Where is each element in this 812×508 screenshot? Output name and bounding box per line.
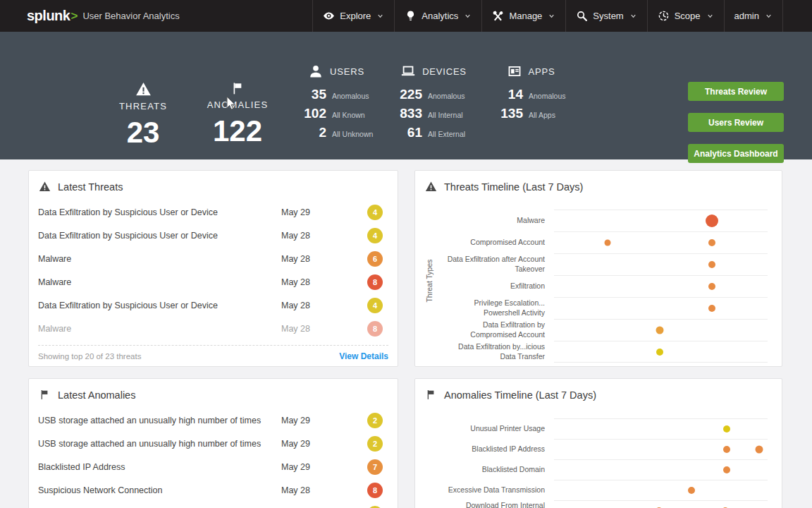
- threats-timeline-plot-row: [554, 341, 768, 363]
- stat-row-value: 14: [488, 87, 523, 102]
- anomalies-timeline-category-label: Download From Internal Server: [415, 500, 554, 508]
- threat-row[interactable]: Data Exfiltration by Suspicious User or …: [29, 224, 398, 247]
- anomalies-stat[interactable]: ANOMALIES 122: [204, 81, 271, 146]
- stat-row-anomalous[interactable]: 14Anomalous: [488, 87, 574, 106]
- anomalies-timeline-chart-row: Blacklisted Domain: [415, 459, 782, 480]
- anomaly-date: May 29: [281, 439, 367, 449]
- stat-row-label: All Known: [332, 111, 365, 119]
- nav-menu-explore[interactable]: Explore: [312, 0, 394, 32]
- threats-timeline-data-dot[interactable]: [708, 305, 715, 312]
- stat-row-anomalous[interactable]: 35Anomalous: [291, 87, 381, 106]
- stat-group-label: USERS: [330, 66, 364, 77]
- threat-score-badge: 8: [367, 274, 383, 290]
- stat-group-users: USERS35Anomalous102All Known2All Unknown: [291, 64, 381, 144]
- threat-row[interactable]: Data Exfiltration by Suspicious User or …: [29, 294, 398, 317]
- threats-timeline-data-dot[interactable]: [708, 283, 715, 290]
- anomaly-row[interactable]: [29, 502, 398, 508]
- threats-timeline-chart-row: Data Exfiltration by...icious Data Trans…: [415, 341, 782, 363]
- anomalies-timeline-data-dot[interactable]: [723, 446, 730, 453]
- anomalies-timeline-data-dot[interactable]: [755, 446, 763, 454]
- users-review-button[interactable]: Users Review: [688, 113, 784, 132]
- nav-menu-admin[interactable]: admin: [724, 0, 782, 32]
- stat-row-label: All Unknown: [332, 130, 373, 138]
- anomaly-row[interactable]: USB storage attached an unusually high n…: [29, 432, 398, 455]
- anomaly-name: Blacklisted IP Address: [38, 462, 281, 472]
- nav-menu-analytics[interactable]: Analytics: [394, 0, 481, 32]
- anomalies-timeline-plot-row: [554, 500, 768, 508]
- magnifier-icon: [576, 10, 588, 22]
- analytics-dashboard-button[interactable]: Analytics Dashboard: [688, 144, 784, 163]
- threats-timeline-data-dot[interactable]: [605, 240, 611, 246]
- threats-timeline-data-dot[interactable]: [708, 261, 715, 268]
- anomalies-timeline-plot-row: [554, 459, 768, 480]
- nav-menu-manage[interactable]: Manage: [481, 0, 565, 32]
- threat-name: Malware: [38, 324, 281, 334]
- anomalies-timeline-data-dot[interactable]: [723, 425, 730, 433]
- stat-row-label: All Apps: [529, 111, 555, 119]
- anomalies-timeline-data-dot[interactable]: [688, 487, 695, 494]
- user-icon: [308, 64, 324, 79]
- anomalies-timeline-chart-row: Unusual Printer Usage: [415, 418, 782, 439]
- threats-timeline-plot-row: [554, 275, 768, 297]
- anomalies-timeline-plot-row: [554, 480, 768, 500]
- threat-name: Data Exfiltration by Suspicious User or …: [38, 207, 281, 217]
- threat-name: Data Exfiltration by Suspicious User or …: [38, 301, 281, 310]
- stat-row-all-external[interactable]: 61All External: [387, 125, 480, 144]
- threats-timeline-data-dot[interactable]: [708, 239, 715, 246]
- threat-score-badge: 4: [367, 298, 383, 313]
- threats-timeline-plot-row: [554, 319, 768, 341]
- threat-row[interactable]: MalwareMay 288: [29, 317, 398, 340]
- latest-anomalies-title: Latest Anomalies: [58, 389, 135, 401]
- nav-menu-scope[interactable]: Scope: [647, 0, 724, 32]
- anomalies-timeline-data-dot[interactable]: [723, 466, 730, 473]
- anomalies-timeline-chart-row: Download From Internal Server: [415, 500, 782, 508]
- stat-row-label: Anomalous: [332, 92, 369, 100]
- chevron-down-icon: [376, 12, 384, 20]
- threat-row[interactable]: MalwareMay 288: [29, 270, 398, 294]
- chevron-down-icon: [765, 12, 773, 20]
- threats-timeline-header: Threats Timeline (Last 7 Days): [415, 171, 782, 193]
- threats-timeline-category-label: Data Exfiltration by Compromised Account: [415, 319, 554, 341]
- product-title: User Behavior Analytics: [82, 11, 179, 21]
- anomaly-row[interactable]: Blacklisted IP AddressMay 297: [29, 455, 398, 478]
- threats-timeline-category-label: Privilege Escalation... Powershell Activ…: [415, 297, 554, 319]
- stat-group-devices: DEVICES225Anomalous833All Internal61All …: [387, 64, 480, 144]
- stat-group-header[interactable]: DEVICES: [387, 64, 480, 79]
- flag-icon: [39, 389, 51, 401]
- view-details-link[interactable]: View Details: [339, 351, 388, 361]
- nav-menu-label: admin: [734, 11, 759, 21]
- latest-threats-title: Latest Threats: [58, 181, 123, 193]
- threat-score-badge: 8: [367, 321, 383, 337]
- threats-stat[interactable]: THREATS 23: [109, 81, 177, 147]
- threats-timeline-data-dot[interactable]: [656, 349, 663, 356]
- stat-row-anomalous[interactable]: 225Anomalous: [387, 87, 480, 106]
- stat-row-all-known[interactable]: 102All Known: [291, 106, 381, 125]
- stat-row-all-apps[interactable]: 135All Apps: [488, 106, 574, 125]
- chevron-down-icon: [629, 12, 637, 20]
- anomaly-row[interactable]: Suspicious Network ConnectionMay 288: [29, 478, 398, 502]
- stat-row-value: 225: [387, 87, 422, 102]
- threat-date: May 29: [281, 207, 367, 217]
- threat-name: Malware: [38, 277, 281, 287]
- anomalies-timeline-chart-row: Excessive Data Transmission: [415, 480, 782, 500]
- stat-row-all-unknown[interactable]: 2All Unknown: [291, 125, 381, 144]
- warning-triangle-icon: [135, 81, 152, 97]
- threat-row[interactable]: MalwareMay 286: [29, 247, 398, 270]
- threats-timeline-data-dot[interactable]: [656, 327, 663, 334]
- brand-text: splunk: [27, 8, 70, 24]
- anomalies-timeline-category-label: Blacklisted IP Address: [415, 439, 554, 459]
- nav-menu-label: System: [593, 11, 623, 21]
- threats-count: 23: [109, 118, 177, 147]
- threat-row[interactable]: Data Exfiltration by Suspicious User or …: [29, 200, 398, 224]
- anomaly-row[interactable]: USB storage attached an unusually high n…: [29, 409, 398, 432]
- threats-timeline-category-label: Exfiltration: [415, 275, 554, 297]
- stat-row-value: 35: [291, 87, 326, 102]
- anomaly-date: May 29: [281, 416, 367, 425]
- nav-menu-system[interactable]: System: [565, 0, 646, 32]
- threats-review-button[interactable]: Threats Review: [688, 82, 784, 101]
- threats-timeline-data-dot[interactable]: [706, 214, 718, 227]
- threats-timeline-plot-row: [554, 297, 768, 319]
- stat-group-header[interactable]: USERS: [291, 64, 381, 79]
- stat-row-all-internal[interactable]: 833All Internal: [387, 106, 480, 125]
- stat-group-header[interactable]: APPS: [488, 64, 574, 79]
